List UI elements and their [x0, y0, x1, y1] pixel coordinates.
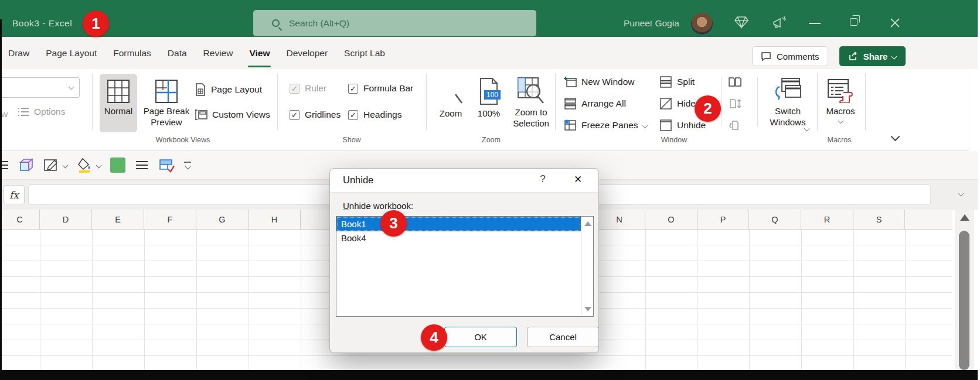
listbox-scroll-down-icon[interactable]: [584, 307, 591, 311]
column-header[interactable]: G: [196, 210, 249, 229]
column-header[interactable]: P: [697, 210, 749, 229]
hide-icon: [659, 98, 672, 109]
column-header[interactable]: E: [92, 210, 144, 229]
formula-bar-checkbox[interactable]: ✓ Formula Bar: [348, 83, 413, 94]
close-button[interactable]: [890, 18, 900, 28]
tab-page-layout[interactable]: Page Layout: [38, 37, 105, 69]
column-header[interactable]: R: [801, 210, 853, 229]
group-separator: [865, 74, 866, 130]
tab-script-lab[interactable]: Script Lab: [336, 37, 393, 69]
column-header[interactable]: Q: [749, 210, 801, 229]
view-side-by-side-button[interactable]: [728, 76, 742, 88]
macros-button[interactable]: Macros: [821, 74, 860, 123]
column-header[interactable]: S: [853, 210, 905, 229]
fill-color-icon: [77, 158, 92, 173]
grid-line: [645, 230, 646, 370]
premium-diamond-icon[interactable]: [734, 15, 749, 29]
arrange-all-button[interactable]: Arrange All: [564, 98, 626, 109]
feedback-megaphone-icon[interactable]: [771, 15, 788, 30]
arrange-all-label: Arrange All: [581, 98, 626, 109]
grid-line: [749, 230, 750, 370]
custom-views-button[interactable]: Custom Views: [195, 109, 270, 121]
tab-data[interactable]: Data: [159, 37, 195, 69]
ruler-checkbox[interactable]: ✓ Ruler: [290, 83, 326, 94]
new-window-button[interactable]: New Window: [564, 76, 634, 88]
options-button[interactable]: Options: [18, 107, 65, 117]
column-header[interactable]: O: [645, 210, 697, 229]
switch-windows-label: Switch Windows: [760, 105, 815, 128]
zoom-100-button[interactable]: 100 100%: [472, 74, 506, 119]
page-layout-button[interactable]: Page Layout: [195, 83, 262, 96]
column-header[interactable]: C: [0, 210, 40, 229]
svg-text:100: 100: [486, 91, 498, 99]
user-name[interactable]: Puneet Gogia: [624, 18, 679, 29]
dialog-close-button[interactable]: ✕: [569, 173, 587, 186]
hide-button[interactable]: Hide: [659, 98, 696, 109]
formula-bar-check-icon: ✓: [348, 84, 358, 94]
scrollbar-thumb[interactable]: [959, 231, 969, 370]
listbox-scrollbar[interactable]: [581, 217, 593, 316]
comments-button[interactable]: Comments: [752, 46, 828, 66]
zoom-to-selection-icon: [518, 77, 545, 104]
fill-color-group[interactable]: [77, 158, 101, 173]
column-header[interactable]: F: [144, 210, 196, 229]
scroll-up-arrow-icon[interactable]: [960, 214, 969, 221]
workbook-listbox[interactable]: Book1 Book4: [336, 216, 594, 317]
gridlines-checkbox[interactable]: ✓ Gridlines: [290, 109, 341, 120]
zoom-icon: [438, 77, 464, 105]
borders-lines-icon[interactable]: [135, 160, 149, 170]
grid-line: [697, 230, 698, 370]
delete-cells-icon[interactable]: [158, 158, 175, 173]
insert-function-button[interactable]: fx: [4, 185, 25, 204]
zoom-100-label: 100%: [478, 108, 500, 119]
restore-button[interactable]: [850, 18, 858, 26]
tab-developer[interactable]: Developer: [278, 37, 336, 69]
share-button[interactable]: Share: [839, 46, 906, 66]
search-input[interactable]: Search (Alt+Q): [253, 10, 536, 36]
normal-view-button[interactable]: Normal: [100, 74, 137, 132]
listbox-scroll-up-icon[interactable]: [584, 221, 591, 226]
gridlines-check-icon: ✓: [290, 110, 300, 120]
workbook-list-item[interactable]: Book1: [336, 217, 581, 231]
green-color-swatch[interactable]: [110, 158, 125, 173]
ruler-label: Ruler: [305, 83, 326, 94]
zoom-button[interactable]: Zoom: [432, 74, 469, 119]
ok-button[interactable]: OK: [444, 327, 517, 347]
split-icon: [659, 76, 672, 88]
ribbon-tabs: Draw Page Layout Formulas Data Review Vi…: [0, 37, 393, 69]
switch-windows-button[interactable]: Switch Windows: [760, 74, 815, 128]
column-header[interactable]: H: [249, 210, 301, 229]
page-break-preview-button[interactable]: Page Break Preview: [141, 74, 192, 128]
unhide-button[interactable]: Unhide: [659, 119, 706, 131]
collapse-ribbon-chevron-icon[interactable]: [891, 132, 900, 142]
zoom-to-selection-button[interactable]: Zoom to Selection: [508, 74, 554, 129]
tab-formulas[interactable]: Formulas: [105, 37, 159, 69]
share-chevron-icon: [891, 53, 897, 59]
column-header[interactable]: D: [40, 210, 92, 229]
avatar[interactable]: [691, 13, 713, 35]
split-button[interactable]: Split: [659, 76, 695, 88]
tab-review[interactable]: Review: [195, 37, 241, 69]
freeze-panes-button[interactable]: Freeze Panes: [564, 119, 647, 131]
grid-line: [801, 230, 802, 370]
minimize-button[interactable]: [809, 23, 821, 24]
3d-model-cube-icon[interactable]: [19, 158, 34, 172]
dialog-title-bar[interactable]: Unhide ? ✕: [330, 169, 598, 193]
cancel-button[interactable]: Cancel: [527, 327, 599, 347]
vertical-scrollbar[interactable]: [955, 210, 974, 370]
synchronous-scrolling-button[interactable]: [728, 98, 742, 109]
qat-more-commands-button[interactable]: [184, 162, 191, 169]
formula-bar-expand-chevron-icon[interactable]: [958, 191, 964, 197]
name-box[interactable]: [0, 77, 80, 98]
column-header[interactable]: N: [594, 210, 645, 229]
share-label: Share: [863, 52, 888, 61]
workbook-list-item[interactable]: Book4: [336, 231, 581, 245]
headings-checkbox[interactable]: ✓ Headings: [348, 109, 402, 120]
reset-window-position-button[interactable]: [728, 119, 742, 131]
edit-shape-group[interactable]: [43, 158, 67, 172]
tab-view[interactable]: View: [241, 37, 278, 69]
dialog-help-button[interactable]: ?: [534, 173, 552, 185]
tab-draw[interactable]: Draw: [0, 37, 38, 69]
comments-icon: [761, 52, 771, 61]
new-window-icon: [564, 76, 577, 88]
